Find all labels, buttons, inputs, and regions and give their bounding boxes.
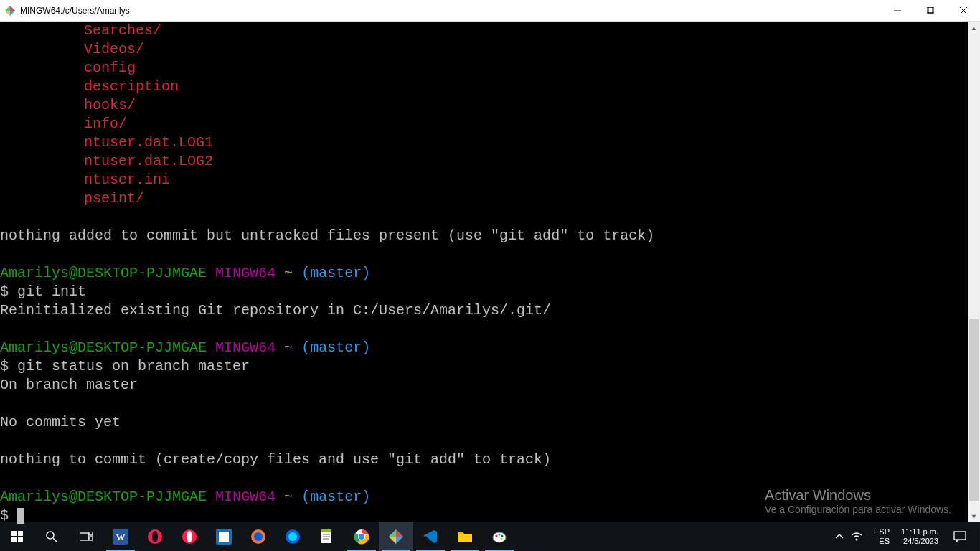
language-indicator[interactable]: ESP ES — [868, 527, 895, 546]
svg-rect-17 — [89, 537, 93, 540]
taskbar-app-word[interactable]: W — [103, 522, 138, 551]
svg-point-46 — [501, 535, 504, 537]
terminal-content[interactable]: Searches/Videos/configdescriptionhooks/i… — [0, 22, 968, 522]
taskbar-app-gitbash[interactable] — [379, 522, 413, 551]
clock-time: 11:11 p.m. — [901, 527, 938, 537]
scrollbar[interactable]: ▲ ▼ — [968, 22, 980, 522]
svg-rect-25 — [219, 532, 229, 542]
taskbar-app-firefox[interactable] — [241, 522, 275, 551]
terminal-window: Searches/Videos/configdescriptionhooks/i… — [0, 22, 980, 522]
taskbar-app-chrome[interactable] — [344, 522, 379, 551]
svg-rect-5 — [927, 7, 933, 13]
file-entry: description — [0, 77, 968, 96]
command-text: git init — [17, 283, 86, 300]
firefoxdev-icon — [285, 529, 301, 545]
maximize-button[interactable] — [914, 0, 947, 21]
taskbar-app-paint[interactable] — [482, 522, 517, 551]
svg-rect-16 — [89, 532, 93, 535]
app-icon — [4, 5, 16, 17]
svg-point-21 — [152, 531, 158, 542]
search-button[interactable] — [34, 522, 69, 551]
file-entry: ntuser.dat.LOG1 — [0, 133, 968, 152]
prompt-path: ~ — [284, 489, 293, 505]
file-entry: ntuser.ini — [0, 171, 968, 189]
svg-rect-42 — [458, 532, 463, 534]
notifications-button[interactable] — [944, 522, 976, 551]
opera-icon — [147, 529, 163, 545]
taskbar-app-explorer[interactable] — [448, 522, 482, 551]
show-desktop-button[interactable] — [976, 522, 980, 551]
taskbar-app-opera[interactable] — [138, 522, 172, 551]
watermark-title: Activar Windows — [765, 487, 951, 504]
file-entry: pseint/ — [0, 189, 968, 208]
prompt-branch: (master) — [301, 339, 370, 356]
file-entry: hooks/ — [0, 96, 968, 115]
cursor — [17, 508, 24, 524]
svg-point-37 — [359, 534, 364, 540]
lang-top: ESP — [874, 527, 890, 537]
file-entry: info/ — [0, 115, 968, 133]
svg-point-45 — [499, 534, 501, 536]
output-line: nothing added to commit but untracked fi… — [0, 227, 654, 244]
prompt-symbol: $ — [0, 283, 9, 300]
chrome-icon — [354, 529, 369, 545]
operagx-icon — [182, 529, 197, 545]
folder-icon — [457, 530, 473, 543]
prompt-path: ~ — [284, 339, 293, 356]
prompt-sys: MINGW64 — [215, 339, 275, 356]
taskbar-app-firefoxdev[interactable] — [275, 522, 310, 551]
svg-point-47 — [501, 538, 503, 540]
notepadpp-icon — [320, 529, 334, 545]
output-line: Reinitialized existing Git repository in… — [0, 302, 551, 319]
svg-rect-31 — [321, 529, 331, 532]
task-view-button[interactable] — [69, 522, 103, 551]
command-text: git status on branch master — [17, 358, 250, 375]
svg-point-23 — [187, 531, 192, 542]
taskbar: W — [0, 522, 980, 551]
taskbar-app-vscode[interactable] — [413, 522, 448, 551]
close-button[interactable] — [947, 0, 980, 21]
svg-rect-10 — [18, 531, 23, 536]
notification-icon — [953, 531, 966, 542]
taskbar-left: W — [0, 522, 517, 551]
svg-rect-12 — [18, 537, 23, 542]
file-entry: ntuser.dat.LOG2 — [0, 152, 968, 171]
prompt-sys: MINGW64 — [215, 489, 275, 505]
prompt-branch: (master) — [301, 489, 370, 505]
prompt-user: Amarilys@DESKTOP-PJJMGAE — [0, 489, 207, 505]
taskbar-app-notepadpp[interactable] — [310, 522, 344, 551]
file-entry: config — [0, 59, 968, 77]
output-line: On branch master — [0, 377, 138, 393]
svg-point-29 — [288, 532, 297, 541]
lang-bottom: ES — [874, 537, 890, 546]
scroll-down-button[interactable]: ▼ — [968, 510, 980, 522]
clock[interactable]: 11:11 p.m. 24/5/2023 — [895, 527, 944, 546]
start-button[interactable] — [0, 522, 34, 551]
scroll-thumb[interactable] — [969, 319, 979, 500]
vscode-icon — [423, 529, 438, 545]
svg-rect-9 — [11, 531, 17, 536]
svg-rect-49 — [954, 532, 966, 540]
prompt-sys: MINGW64 — [215, 265, 275, 281]
file-entry: Searches/ — [0, 22, 968, 40]
windows-activation-watermark: Activar Windows Ve a Configuración para … — [765, 487, 951, 515]
tray-expand-icon[interactable] — [835, 532, 844, 541]
prompt-symbol: $ — [0, 507, 9, 524]
svg-rect-6 — [928, 7, 934, 13]
scroll-up-button[interactable]: ▲ — [968, 22, 980, 34]
prompt-path: ~ — [284, 265, 293, 281]
svg-text:W: W — [116, 532, 126, 542]
svg-point-13 — [47, 532, 54, 539]
scroll-track[interactable] — [968, 34, 980, 510]
taskbar-app-operagx[interactable] — [172, 522, 207, 551]
system-tray[interactable] — [829, 522, 868, 551]
taskbar-right: ESP ES 11:11 p.m. 24/5/2023 — [829, 522, 980, 551]
output-line: nothing to commit (create/copy files and… — [0, 451, 551, 468]
task-view-icon — [80, 532, 93, 542]
watermark-subtitle: Ve a Configuración para activar Windows. — [765, 504, 951, 515]
svg-point-48 — [856, 539, 858, 541]
minimize-button[interactable] — [881, 0, 914, 21]
firefox-icon — [250, 529, 266, 545]
wifi-icon[interactable] — [851, 532, 862, 541]
taskbar-app-software[interactable] — [207, 522, 241, 551]
